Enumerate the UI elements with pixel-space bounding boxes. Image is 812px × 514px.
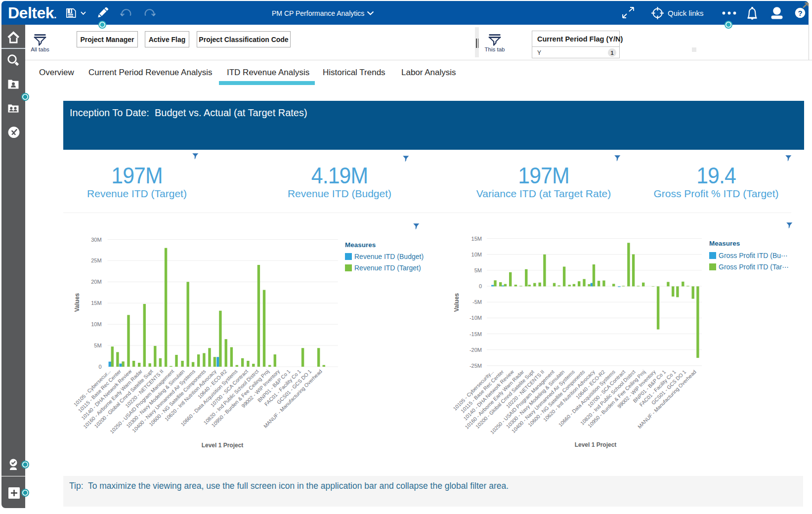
svg-text:?: ? [798, 9, 802, 17]
svg-text:Values: Values [74, 293, 81, 312]
svg-text:10M: 10M [471, 252, 482, 257]
svg-text:Level 1 Project: Level 1 Project [575, 441, 617, 448]
svg-text:25M: 25M [91, 257, 101, 263]
svg-text:20M: 20M [91, 279, 101, 285]
svg-text:Gross Profit ITD (Bu⋯: Gross Profit ITD (Bu⋯ [719, 252, 788, 259]
svg-text:15M: 15M [91, 300, 101, 306]
svg-text:-10M: -10M [470, 315, 482, 321]
svg-text:5M: 5M [474, 267, 482, 273]
svg-text:0: 0 [479, 283, 482, 289]
svg-text:5M: 5M [94, 343, 101, 348]
svg-text:Measures: Measures [709, 240, 740, 247]
svg-text:10M: 10M [91, 321, 101, 327]
svg-text:Revenue ITD (Budget): Revenue ITD (Budget) [354, 253, 424, 260]
svg-text:0: 0 [98, 364, 101, 370]
svg-text:Level 1 Project: Level 1 Project [202, 442, 244, 449]
svg-text:-5M: -5M [472, 299, 482, 305]
svg-text:30M: 30M [91, 237, 101, 243]
svg-text:-20M: -20M [470, 347, 482, 353]
svg-text:Gross Profit ITD (Tar⋯: Gross Profit ITD (Tar⋯ [719, 263, 789, 271]
svg-text:Revenue ITD (Target): Revenue ITD (Target) [354, 264, 421, 272]
svg-text:-15M: -15M [470, 331, 482, 337]
svg-text:15M: 15M [471, 236, 482, 242]
svg-text:Measures: Measures [345, 241, 376, 249]
svg-text:-25M: -25M [470, 363, 482, 369]
svg-text:Values: Values [453, 293, 460, 312]
